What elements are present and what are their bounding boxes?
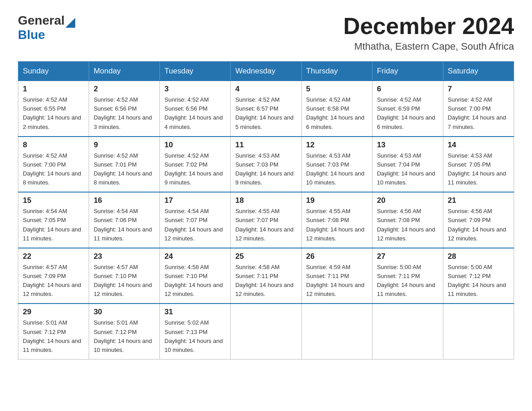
day-number: 25 [235, 252, 296, 261]
day-cell: 22 Sunrise: 4:57 AM Sunset: 7:09 PM Dayl… [18, 248, 89, 304]
day-cell: 30 Sunrise: 5:01 AM Sunset: 7:12 PM Dayl… [89, 304, 160, 359]
day-info: Sunrise: 4:53 AM Sunset: 7:05 PM Dayligh… [448, 151, 509, 188]
svg-marker-0 [65, 18, 75, 28]
weekday-header-tuesday: Tuesday [160, 62, 231, 81]
day-number: 31 [164, 308, 226, 317]
day-number: 9 [94, 141, 155, 150]
day-cell: 25 Sunrise: 4:58 AM Sunset: 7:11 PM Dayl… [231, 248, 301, 304]
day-cell: 6 Sunrise: 4:52 AM Sunset: 6:59 PM Dayli… [372, 81, 443, 137]
day-cell: 23 Sunrise: 4:57 AM Sunset: 7:10 PM Dayl… [89, 248, 160, 304]
day-cell [231, 304, 301, 359]
day-number: 1 [23, 85, 84, 94]
day-number: 24 [164, 252, 226, 261]
day-number: 28 [448, 252, 509, 261]
day-info: Sunrise: 5:00 AM Sunset: 7:12 PM Dayligh… [448, 263, 509, 299]
day-number: 12 [306, 141, 368, 150]
day-number: 4 [235, 85, 296, 94]
day-number: 26 [306, 252, 368, 261]
day-number: 8 [23, 141, 84, 150]
day-number: 15 [23, 196, 84, 205]
day-cell: 16 Sunrise: 4:54 AM Sunset: 7:06 PM Dayl… [89, 192, 160, 248]
day-info: Sunrise: 4:53 AM Sunset: 7:03 PM Dayligh… [235, 151, 296, 188]
day-info: Sunrise: 4:58 AM Sunset: 7:10 PM Dayligh… [164, 263, 226, 299]
day-number: 22 [23, 252, 84, 261]
day-info: Sunrise: 4:52 AM Sunset: 7:00 PM Dayligh… [448, 95, 509, 132]
day-cell: 15 Sunrise: 4:54 AM Sunset: 7:05 PM Dayl… [18, 192, 89, 248]
day-cell: 9 Sunrise: 4:52 AM Sunset: 7:01 PM Dayli… [89, 137, 160, 193]
day-info: Sunrise: 4:52 AM Sunset: 6:56 PM Dayligh… [94, 95, 155, 132]
weekday-header-saturday: Saturday [443, 62, 514, 81]
logo-blue: Blue [18, 28, 45, 42]
day-info: Sunrise: 4:59 AM Sunset: 7:11 PM Dayligh… [306, 263, 368, 299]
day-cell: 2 Sunrise: 4:52 AM Sunset: 6:56 PM Dayli… [89, 81, 160, 137]
day-cell: 14 Sunrise: 4:53 AM Sunset: 7:05 PM Dayl… [443, 137, 514, 193]
week-row-3: 15 Sunrise: 4:54 AM Sunset: 7:05 PM Dayl… [18, 192, 514, 248]
month-title: December 2024 [343, 13, 514, 39]
day-cell: 10 Sunrise: 4:52 AM Sunset: 7:02 PM Dayl… [160, 137, 231, 193]
day-info: Sunrise: 4:52 AM Sunset: 6:59 PM Dayligh… [377, 95, 438, 132]
day-info: Sunrise: 4:54 AM Sunset: 7:05 PM Dayligh… [23, 207, 84, 243]
day-cell: 19 Sunrise: 4:55 AM Sunset: 7:08 PM Dayl… [301, 192, 372, 248]
day-cell: 5 Sunrise: 4:52 AM Sunset: 6:58 PM Dayli… [301, 81, 372, 137]
day-info: Sunrise: 4:54 AM Sunset: 7:06 PM Dayligh… [94, 207, 155, 243]
day-number: 21 [448, 196, 509, 205]
week-row-1: 1 Sunrise: 4:52 AM Sunset: 6:55 PM Dayli… [18, 81, 514, 137]
day-info: Sunrise: 4:55 AM Sunset: 7:08 PM Dayligh… [306, 207, 368, 243]
week-row-2: 8 Sunrise: 4:52 AM Sunset: 7:00 PM Dayli… [18, 137, 514, 193]
day-number: 23 [94, 252, 155, 261]
day-cell: 13 Sunrise: 4:53 AM Sunset: 7:04 PM Dayl… [372, 137, 443, 193]
day-cell: 20 Sunrise: 4:56 AM Sunset: 7:08 PM Dayl… [372, 192, 443, 248]
calendar-table: SundayMondayTuesdayWednesdayThursdayFrid… [18, 61, 514, 360]
day-info: Sunrise: 4:55 AM Sunset: 7:07 PM Dayligh… [235, 207, 296, 243]
day-number: 3 [164, 85, 226, 94]
weekday-header-sunday: Sunday [18, 62, 89, 81]
week-row-5: 29 Sunrise: 5:01 AM Sunset: 7:12 PM Dayl… [18, 304, 514, 359]
day-cell: 4 Sunrise: 4:52 AM Sunset: 6:57 PM Dayli… [231, 81, 301, 137]
day-info: Sunrise: 4:52 AM Sunset: 7:00 PM Dayligh… [23, 151, 84, 188]
day-number: 11 [235, 141, 296, 150]
day-cell: 27 Sunrise: 5:00 AM Sunset: 7:11 PM Dayl… [372, 248, 443, 304]
weekday-header-monday: Monday [89, 62, 160, 81]
day-info: Sunrise: 4:54 AM Sunset: 7:07 PM Dayligh… [164, 207, 226, 243]
day-cell: 29 Sunrise: 5:01 AM Sunset: 7:12 PM Dayl… [18, 304, 89, 359]
day-number: 6 [377, 85, 438, 94]
day-cell: 11 Sunrise: 4:53 AM Sunset: 7:03 PM Dayl… [231, 137, 301, 193]
day-info: Sunrise: 5:00 AM Sunset: 7:11 PM Dayligh… [377, 263, 438, 299]
day-cell: 26 Sunrise: 4:59 AM Sunset: 7:11 PM Dayl… [301, 248, 372, 304]
title-area: December 2024 Mthatha, Eastern Cape, Sou… [343, 13, 514, 52]
day-cell [372, 304, 443, 359]
location-subtitle: Mthatha, Eastern Cape, South Africa [343, 41, 514, 52]
day-cell: 3 Sunrise: 4:52 AM Sunset: 6:56 PM Dayli… [160, 81, 231, 137]
day-number: 16 [94, 196, 155, 205]
day-info: Sunrise: 4:57 AM Sunset: 7:09 PM Dayligh… [23, 263, 84, 299]
logo-general: General [18, 13, 64, 28]
logo-triangle-icon [65, 15, 75, 28]
day-info: Sunrise: 4:52 AM Sunset: 6:56 PM Dayligh… [164, 95, 226, 132]
day-info: Sunrise: 4:56 AM Sunset: 7:09 PM Dayligh… [448, 207, 509, 243]
day-number: 19 [306, 196, 368, 205]
weekday-header-thursday: Thursday [301, 62, 372, 81]
day-number: 10 [164, 141, 226, 150]
day-number: 17 [164, 196, 226, 205]
weekday-header-row: SundayMondayTuesdayWednesdayThursdayFrid… [18, 62, 514, 81]
day-info: Sunrise: 4:52 AM Sunset: 6:55 PM Dayligh… [23, 95, 84, 132]
day-number: 30 [94, 308, 155, 317]
day-info: Sunrise: 4:57 AM Sunset: 7:10 PM Dayligh… [94, 263, 155, 299]
day-number: 14 [448, 141, 509, 150]
day-cell: 17 Sunrise: 4:54 AM Sunset: 7:07 PM Dayl… [160, 192, 231, 248]
day-info: Sunrise: 4:53 AM Sunset: 7:04 PM Dayligh… [377, 151, 438, 188]
day-info: Sunrise: 4:58 AM Sunset: 7:11 PM Dayligh… [235, 263, 296, 299]
day-info: Sunrise: 4:52 AM Sunset: 6:57 PM Dayligh… [235, 95, 296, 132]
day-cell: 24 Sunrise: 4:58 AM Sunset: 7:10 PM Dayl… [160, 248, 231, 304]
day-info: Sunrise: 5:01 AM Sunset: 7:12 PM Dayligh… [94, 318, 155, 355]
day-info: Sunrise: 5:02 AM Sunset: 7:13 PM Dayligh… [164, 318, 226, 355]
day-cell: 21 Sunrise: 4:56 AM Sunset: 7:09 PM Dayl… [443, 192, 514, 248]
weekday-header-friday: Friday [372, 62, 443, 81]
weekday-header-wednesday: Wednesday [231, 62, 301, 81]
day-number: 5 [306, 85, 368, 94]
day-info: Sunrise: 4:56 AM Sunset: 7:08 PM Dayligh… [377, 207, 438, 243]
day-number: 7 [448, 85, 509, 94]
day-number: 27 [377, 252, 438, 261]
day-number: 29 [23, 308, 84, 317]
day-cell: 18 Sunrise: 4:55 AM Sunset: 7:07 PM Dayl… [231, 192, 301, 248]
